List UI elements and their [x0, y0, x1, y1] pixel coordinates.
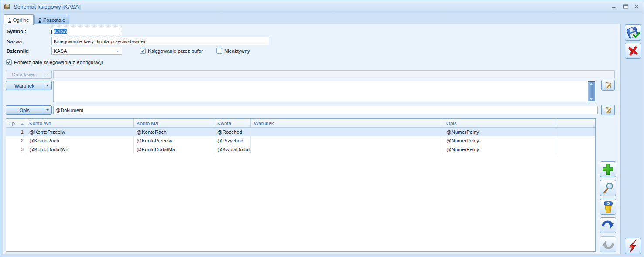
chevron-down-icon	[46, 74, 49, 76]
lightning-icon	[626, 239, 641, 254]
expression-icon	[603, 81, 613, 89]
cell-konto-wn: @KontoPrzeciw	[26, 128, 134, 136]
cell-opis: @NumerPelny	[443, 136, 556, 145]
tab-ogolne-label: Ogólne	[13, 17, 29, 23]
warunek-dropdown[interactable]	[43, 81, 51, 90]
check-icon	[7, 60, 11, 64]
table-header: Lp Konto Wn Konto Ma Kwota Warunek Opis	[6, 119, 595, 128]
column-header-warunek[interactable]: Warunek	[251, 119, 443, 127]
pobierz-label: Pobierz datę księgowania z Konfiguracji	[14, 60, 103, 65]
cell-filler	[556, 136, 595, 145]
nazwa-input[interactable]: Księgowanie kasy (konta przeciwstawne)	[51, 37, 269, 45]
revert-button[interactable]	[600, 236, 616, 252]
revert-icon	[601, 237, 615, 251]
save-icon	[626, 25, 641, 40]
nazwa-value: Księgowanie kasy (konta przeciwstawne)	[54, 39, 145, 44]
undo-icon	[601, 218, 615, 233]
search-icon	[601, 181, 615, 195]
cell-filler	[556, 128, 595, 136]
cell-konto-wn: @KontoRach	[26, 136, 134, 145]
tab-ogolne-num: 1	[8, 17, 11, 23]
table-row[interactable]: 3 @KontoDodatWn @KontoDodatMa @KwotaDoda…	[6, 145, 595, 154]
scroll-up-icon[interactable]	[590, 83, 593, 85]
cell-lp: 3	[6, 145, 26, 154]
column-header-lp[interactable]: Lp	[6, 119, 26, 127]
nazwa-label: Nazwa:	[7, 39, 23, 44]
cell-opis: @NumerPelny	[443, 145, 556, 154]
cell-lp: 1	[6, 128, 26, 136]
schemat-ksiegowy-window: Schemat księgowy [KASA] 1 Ogólne 2 Pozos…	[0, 0, 644, 257]
add-icon	[601, 162, 615, 176]
undo-button[interactable]	[600, 217, 616, 233]
cell-filler	[556, 145, 595, 154]
nieaktywny-label: Nieaktywny	[224, 48, 250, 54]
column-header-konto-wn[interactable]: Konto Wn	[26, 119, 134, 127]
warunek-button-label: Warunek	[6, 81, 43, 90]
opis-button[interactable]: Opis	[6, 105, 52, 115]
check-icon	[140, 48, 145, 53]
cell-kwota: @Przychod	[214, 136, 251, 145]
warunek-button[interactable]: Warunek	[6, 81, 52, 90]
delete-icon	[601, 200, 616, 214]
warunek-textarea[interactable]	[53, 81, 596, 102]
column-header-opis[interactable]: Opis	[443, 119, 556, 127]
chevron-down-icon	[46, 85, 49, 88]
save-button[interactable]	[625, 24, 641, 41]
scroll-down-icon[interactable]	[590, 98, 593, 100]
cell-warunek	[251, 136, 443, 145]
data-ksieg-dropdown	[43, 70, 51, 78]
checkbox-nieaktywny[interactable]	[216, 48, 222, 54]
tab-pozostale-num: 2	[39, 17, 41, 23]
cell-lp: 2	[6, 136, 26, 145]
opis-expression-button[interactable]	[601, 105, 615, 115]
column-header-filler	[556, 119, 595, 127]
dziennik-combo[interactable]: KASA	[51, 47, 122, 55]
dziennik-value: KASA	[54, 48, 67, 54]
close-button[interactable]	[633, 3, 640, 10]
titlebar: Schemat księgowy [KASA]	[0, 0, 644, 13]
opis-dropdown[interactable]	[43, 106, 51, 114]
symbol-value: KASA	[54, 29, 67, 34]
column-header-konto-ma[interactable]: Konto Ma	[134, 119, 214, 127]
cell-kwota: @KwotaDodat	[214, 145, 251, 154]
cell-konto-ma: @KontoPrzeciw	[134, 136, 214, 145]
maximize-button[interactable]	[622, 3, 629, 10]
minimize-button[interactable]	[610, 3, 617, 10]
tab-ogolne[interactable]: 1 Ogólne	[4, 14, 34, 25]
warunek-scrollbar[interactable]	[588, 81, 595, 101]
tab-pozostale-label: Pozostałe	[43, 17, 65, 23]
dziennik-label: Dziennik:	[7, 48, 29, 54]
symbol-input[interactable]: KASA	[51, 27, 122, 35]
data-ksieg-button-label: Data księg.	[6, 70, 43, 78]
expression-icon	[603, 106, 613, 114]
add-button[interactable]	[600, 161, 616, 177]
tab-pozostale[interactable]: 2 Pozostałe	[34, 15, 70, 24]
column-header-kwota[interactable]: Kwota	[214, 119, 251, 127]
cancel-icon	[626, 44, 640, 58]
cell-warunek	[251, 145, 443, 154]
symbol-label: Symbol:	[7, 29, 26, 34]
checkbox-pobierz-date[interactable]	[6, 59, 12, 65]
search-button[interactable]	[600, 180, 616, 196]
lp-header-label: Lp	[9, 121, 15, 127]
cell-kwota: @Rozchod	[214, 128, 251, 136]
run-button[interactable]	[625, 238, 641, 254]
checkbox-ksiegowanie-przez-bufor[interactable]	[140, 48, 146, 54]
table-row[interactable]: 2 @KontoRach @KontoPrzeciw @Przychod @Nu…	[6, 136, 595, 145]
table-row[interactable]: 1 @KontoPrzeciw @KontoRach @Rozchod @Num…	[6, 128, 595, 136]
dziennik-dropdown-icon[interactable]	[116, 51, 119, 53]
tab-strip: 1 Ogólne 2 Pozostałe	[4, 14, 69, 25]
window-title: Schemat księgowy [KASA]	[14, 3, 81, 10]
warunek-expression-button[interactable]	[601, 80, 615, 91]
delete-button[interactable]	[600, 199, 616, 215]
window-icon	[4, 3, 11, 10]
opis-button-label: Opis	[6, 106, 43, 114]
sort-asc-icon	[21, 122, 24, 125]
positions-table: Lp Konto Wn Konto Ma Kwota Warunek Opis …	[6, 118, 596, 252]
cell-opis: @NumerPelny	[443, 128, 556, 136]
opis-input[interactable]: @Dokument	[53, 106, 598, 114]
data-ksieg-button: Data księg.	[6, 70, 52, 79]
chevron-down-icon	[46, 109, 49, 112]
cancel-button[interactable]	[625, 43, 641, 59]
opis-value: @Dokument	[55, 108, 83, 113]
